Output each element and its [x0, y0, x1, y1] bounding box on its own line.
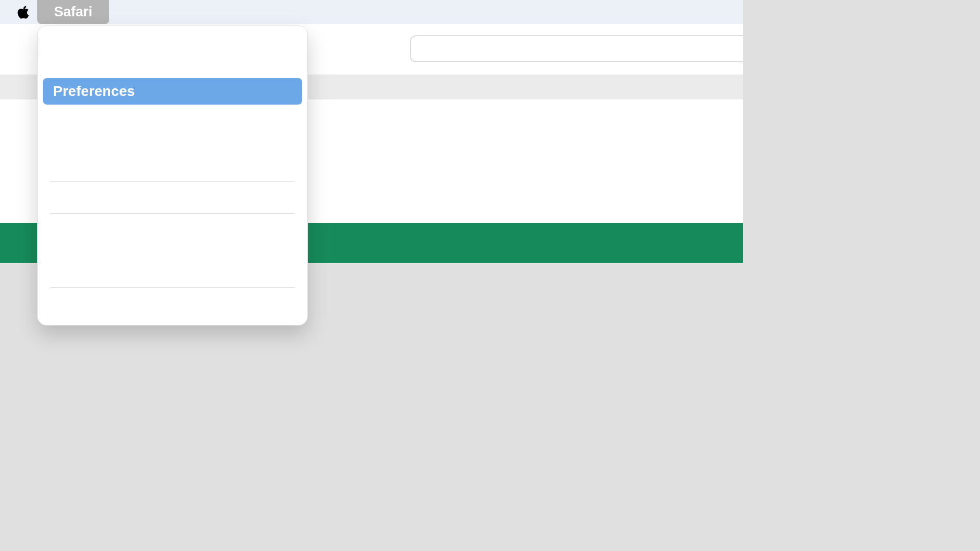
address-bar[interactable]	[410, 35, 743, 62]
menu-app-safari[interactable]: Safari	[37, 0, 109, 24]
menu-separator	[50, 287, 295, 288]
menu-item-preferences[interactable]: Preferences	[43, 78, 302, 105]
menu-item-label: Preferences	[53, 83, 135, 99]
menu-bar: Safari	[0, 0, 743, 24]
app-menu-dropdown: Preferences	[37, 26, 308, 325]
menu-app-label: Safari	[54, 4, 92, 20]
apple-icon[interactable]	[17, 6, 30, 19]
